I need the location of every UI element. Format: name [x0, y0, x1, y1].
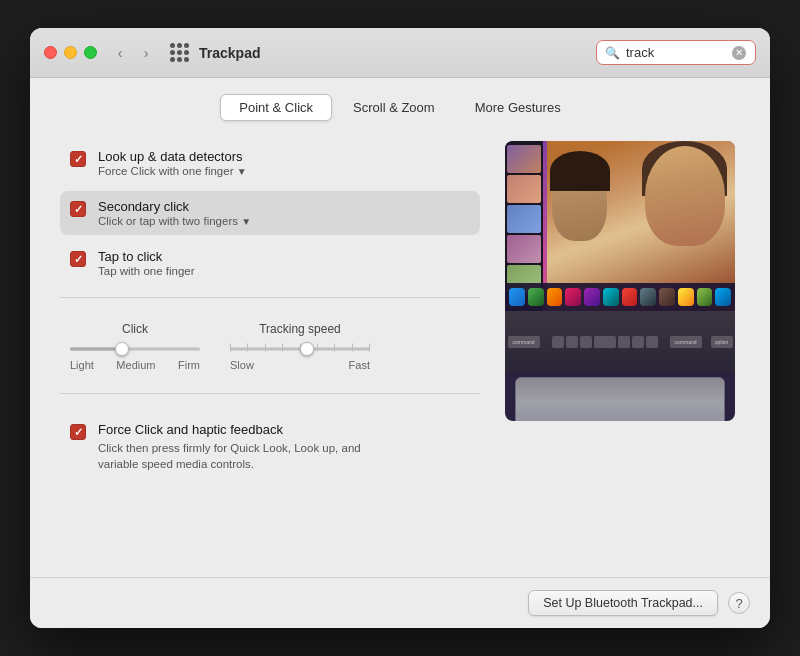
keyboard-area: command [505, 311, 735, 373]
click-min-label: Light [70, 359, 94, 371]
trackpad-surface [515, 377, 725, 421]
force-click-title: Force Click and haptic feedback [98, 422, 378, 437]
trackpad-image: command [505, 141, 735, 421]
nav-arrows: ‹ › [109, 42, 157, 64]
search-input[interactable] [626, 45, 726, 60]
click-slider[interactable] [70, 342, 200, 356]
tab-point-click[interactable]: Point & Click [220, 94, 332, 121]
grid-icon[interactable] [167, 41, 191, 65]
search-icon: 🔍 [605, 46, 620, 60]
divider [60, 297, 480, 298]
tracking-max-label: Fast [349, 359, 370, 371]
back-button[interactable]: ‹ [109, 42, 131, 64]
lookup-checkbox[interactable]: ✓ [70, 151, 88, 169]
dock-icon [584, 288, 600, 306]
dock-icon [509, 288, 525, 306]
force-click-section: ✓ Force Click and haptic feedback Click … [60, 412, 480, 482]
bluetooth-setup-button[interactable]: Set Up Bluetooth Trackpad... [528, 590, 718, 616]
setting-tap-to-click: ✓ Tap to click Tap with one finger [60, 241, 480, 285]
tabs-bar: Point & Click Scroll & Zoom More Gesture… [60, 94, 740, 121]
click-max-label: Firm [178, 359, 200, 371]
sliders-section: Click Light Medium Firm [60, 322, 480, 371]
divider2 [60, 393, 480, 394]
tracking-slider-label: Tracking speed [259, 322, 341, 336]
tracking-slider[interactable] [230, 342, 370, 356]
dock-icon [715, 288, 731, 306]
search-bar: 🔍 ✕ [596, 40, 756, 65]
lookup-subtitle: Force Click with one finger ▼ [98, 165, 247, 177]
main-layout: ✓ Look up & data detectors Force Click w… [60, 141, 740, 482]
tracking-min-label: Slow [230, 359, 254, 371]
dock-icon [565, 288, 581, 306]
tap-to-click-subtitle: Tap with one finger [98, 265, 195, 277]
tap-to-click-title: Tap to click [98, 249, 195, 264]
maximize-button[interactable] [84, 46, 97, 59]
dock-icon [640, 288, 656, 306]
window-title: Trackpad [199, 45, 596, 61]
content-area: Point & Click Scroll & Zoom More Gesture… [30, 78, 770, 577]
minimize-button[interactable] [64, 46, 77, 59]
dock-icon [528, 288, 544, 306]
dock-bar [505, 283, 735, 311]
force-click-checkbox[interactable]: ✓ [70, 424, 88, 442]
titlebar: ‹ › Trackpad 🔍 ✕ [30, 28, 770, 78]
laptop-screen [505, 141, 735, 311]
trackpad-preview: command [500, 141, 740, 482]
main-window: ‹ › Trackpad 🔍 ✕ Point & Click Scroll & … [30, 28, 770, 628]
settings-panel: ✓ Look up & data detectors Force Click w… [60, 141, 480, 482]
traffic-lights [44, 46, 97, 59]
dock-icon [678, 288, 694, 306]
dock-icon [547, 288, 563, 306]
close-button[interactable] [44, 46, 57, 59]
help-button[interactable]: ? [728, 592, 750, 614]
click-slider-label: Click [122, 322, 148, 336]
force-click-description: Click then press firmly for Quick Look, … [98, 440, 378, 472]
dock-icon [659, 288, 675, 306]
secondary-click-subtitle: Click or tap with two fingers ▼ [98, 215, 251, 227]
tracking-slider-group: Tracking speed [230, 322, 370, 371]
setting-secondary-click: ✓ Secondary click Click or tap with two … [60, 191, 480, 235]
forward-button[interactable]: › [135, 42, 157, 64]
lookup-title: Look up & data detectors [98, 149, 247, 164]
bottom-bar: Set Up Bluetooth Trackpad... ? [30, 577, 770, 628]
clear-search-button[interactable]: ✕ [732, 46, 746, 60]
dock-icon [622, 288, 638, 306]
click-mid-label: Medium [116, 359, 155, 371]
tap-to-click-checkbox[interactable]: ✓ [70, 251, 88, 269]
secondary-click-checkbox[interactable]: ✓ [70, 201, 88, 219]
click-slider-group: Click Light Medium Firm [70, 322, 200, 371]
secondary-click-title: Secondary click [98, 199, 251, 214]
dock-icon [603, 288, 619, 306]
tab-more-gestures[interactable]: More Gestures [456, 94, 580, 121]
dock-icon [697, 288, 713, 306]
tab-scroll-zoom[interactable]: Scroll & Zoom [334, 94, 454, 121]
setting-lookup: ✓ Look up & data detectors Force Click w… [60, 141, 480, 185]
